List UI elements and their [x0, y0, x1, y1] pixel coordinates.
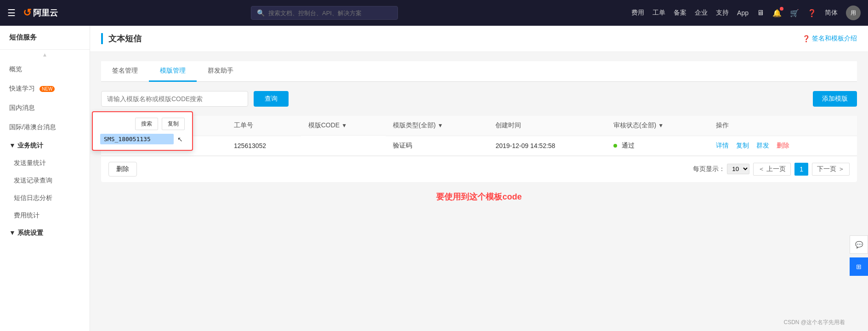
nav-support[interactable]: 支持	[716, 9, 729, 17]
logo[interactable]: ↺ 阿里云	[23, 7, 58, 19]
page-layout: 短信服务 ▲ 概览 快速学习 NEW 国内消息 国际/港澳台消息 ▼ 业务统计 …	[0, 26, 868, 331]
nav-avatar[interactable]: 用	[846, 6, 861, 20]
col-actions: 操作	[709, 116, 857, 136]
page-size-label: 每页显示：	[693, 165, 725, 173]
logo-icon: ↺	[23, 7, 31, 19]
code-popup-actions: 搜索 复制	[100, 118, 185, 130]
sidebar-item-domestic[interactable]: 国内消息	[0, 98, 90, 118]
status-filter-icon[interactable]: ▼	[658, 122, 664, 129]
nav-display-icon[interactable]: 🖥	[757, 9, 764, 17]
sidebar-item-label: 概览	[9, 65, 22, 74]
action-cell: 详情 复制 群发 删除	[709, 136, 857, 155]
sidebar-item-sendrecord[interactable]: 发送记录查询	[0, 172, 90, 189]
status-cell: 通过	[606, 136, 709, 155]
logo-text: 阿里云	[33, 7, 58, 18]
nav-app[interactable]: App	[737, 9, 749, 17]
sidebar-item-label: 快速学习	[9, 85, 35, 93]
tab-masssend[interactable]: 群发助手	[197, 61, 244, 82]
sidebar-item-label: 国内消息	[9, 104, 35, 112]
sidebar-sysconfig-label: ▼ 系统设置	[9, 229, 43, 237]
sidebar-item-loganalysis[interactable]: 短信日志分析	[0, 189, 90, 207]
col-status: 审核状态(全部) ▼	[606, 116, 709, 136]
col-workorder: 工单号	[227, 116, 301, 136]
hamburger-menu[interactable]: ☰	[7, 7, 16, 18]
nav-enterprise[interactable]: 企业	[695, 9, 708, 17]
sidebar-item-international[interactable]: 国际/港澳台消息	[0, 118, 90, 137]
content-area: 签名管理 模版管理 群发助手 查询 添加模版 模版名称 工单号	[90, 52, 868, 211]
nav-cart-icon[interactable]: 🛒	[790, 9, 799, 17]
page-header: 文本短信 ❓ 签名和模板介绍	[90, 26, 868, 52]
page-title: 文本短信	[101, 33, 142, 44]
query-button[interactable]: 查询	[254, 91, 289, 107]
popup-search-button[interactable]: 搜索	[135, 118, 158, 130]
workorder-cell: 125613052	[227, 136, 301, 155]
template-search-input[interactable]	[101, 91, 248, 107]
filter-icon[interactable]: ▼	[341, 122, 347, 129]
search-bar: 查询 添加模版	[101, 91, 857, 107]
action-masssend[interactable]: 群发	[756, 142, 769, 149]
create-time-cell: 2019-12-09 14:52:58	[488, 136, 606, 155]
sidebar-item-quicklearn[interactable]: 快速学习 NEW	[0, 79, 90, 98]
sidebar-group-label: ▼ 业务统计	[9, 142, 43, 150]
nav-fee[interactable]: 费用	[631, 9, 644, 17]
nav-right-items: 费用 工单 备案 企业 支持 App 🖥 🔔 🛒 ❓ 简体 用	[631, 6, 861, 20]
cursor-indicator: ↖	[177, 136, 183, 143]
global-search[interactable]: 🔍	[251, 6, 398, 20]
help-link[interactable]: ❓ 签名和模板介绍	[802, 34, 857, 43]
col-create-time: 创建时间	[488, 116, 606, 136]
type-filter-icon[interactable]: ▼	[437, 122, 443, 129]
action-detail[interactable]: 详情	[716, 142, 729, 149]
code-value: SMS_180051135	[100, 134, 174, 144]
scroll-up-indicator: ▲	[0, 50, 90, 60]
question-icon: ❓	[802, 35, 810, 42]
search-input[interactable]	[268, 10, 379, 17]
col-template-code: 模版CODE ▼	[301, 116, 386, 136]
sidebar-item-feestats[interactable]: 费用统计	[0, 207, 90, 224]
new-badge: NEW	[40, 86, 55, 92]
watermark: CSDN @这个名字先用着	[783, 319, 845, 326]
next-page-button[interactable]: 下一页 ＞	[812, 163, 850, 176]
template-type-cell: 验证码	[386, 136, 488, 155]
nav-help-icon[interactable]: ❓	[807, 9, 817, 17]
action-delete[interactable]: 删除	[777, 142, 789, 149]
top-navigation: ☰ ↺ 阿里云 🔍 费用 工单 备案 企业 支持 App 🖥 🔔 🛒 ❓ 简体 …	[0, 0, 868, 26]
batch-delete-button[interactable]: 删除	[108, 162, 137, 177]
sidebar-title: 短信服务	[0, 26, 90, 50]
float-qr-button[interactable]: ⊞	[850, 257, 868, 276]
col-template-type: 模版类型(全部) ▼	[386, 116, 488, 136]
sidebar-item-label: 国际/港澳台消息	[9, 123, 56, 131]
nav-ticket[interactable]: 工单	[652, 9, 665, 17]
annotation-text: 要使用到这个模板code	[101, 191, 857, 202]
table-bottom: 删除 每页显示： 10 20 50 ＜ 上一页 1 下一页 ＞	[101, 156, 857, 182]
main-content: 文本短信 ❓ 签名和模板介绍 签名管理 模版管理 群发助手 查询 添加模版	[90, 26, 868, 331]
popup-copy-button[interactable]: 复制	[162, 118, 185, 130]
action-copy[interactable]: 复制	[736, 142, 749, 149]
sidebar-group-bizstats[interactable]: ▼ 业务统计	[0, 137, 90, 154]
status-text: 通过	[622, 142, 635, 149]
nav-lang[interactable]: 简体	[825, 9, 838, 17]
sidebar-group-sysconfig[interactable]: ▼ 系统设置	[0, 224, 90, 242]
prev-page-button[interactable]: ＜ 上一页	[753, 163, 791, 176]
sidebar-item-overview[interactable]: 概览	[0, 60, 90, 79]
tab-bar: 签名管理 模版管理 群发助手	[101, 61, 857, 82]
template-code-cell: 搜索 复制 SMS_180051135 ↖	[301, 136, 386, 155]
nav-bell-icon[interactable]: 🔔	[772, 9, 782, 17]
tab-signature[interactable]: 签名管理	[101, 61, 149, 82]
code-popup: 搜索 复制 SMS_180051135 ↖	[92, 111, 193, 151]
search-icon: 🔍	[257, 9, 265, 17]
template-table: 模版名称 工单号 模版CODE ▼ 模版类型(全部) ▼ 创建时间	[101, 116, 857, 182]
tab-template[interactable]: 模版管理	[149, 61, 197, 82]
status-dot	[613, 144, 617, 148]
float-message-button[interactable]: 💬	[850, 235, 868, 254]
pagination: 每页显示： 10 20 50 ＜ 上一页 1 下一页 ＞	[693, 163, 850, 176]
page-size-select: 每页显示： 10 20 50	[693, 164, 749, 174]
sidebar-item-sendstats[interactable]: 发送量统计	[0, 154, 90, 172]
float-buttons: 💬 ⊞	[850, 235, 868, 276]
page-size-dropdown[interactable]: 10 20 50	[727, 164, 749, 174]
current-page: 1	[794, 163, 808, 176]
sidebar: 短信服务 ▲ 概览 快速学习 NEW 国内消息 国际/港澳台消息 ▼ 业务统计 …	[0, 26, 90, 331]
table-row: 学习验证码使用 ✏ 125613052 搜索 复制	[101, 136, 857, 155]
nav-beian[interactable]: 备案	[674, 9, 686, 17]
add-template-button[interactable]: 添加模版	[813, 91, 857, 107]
